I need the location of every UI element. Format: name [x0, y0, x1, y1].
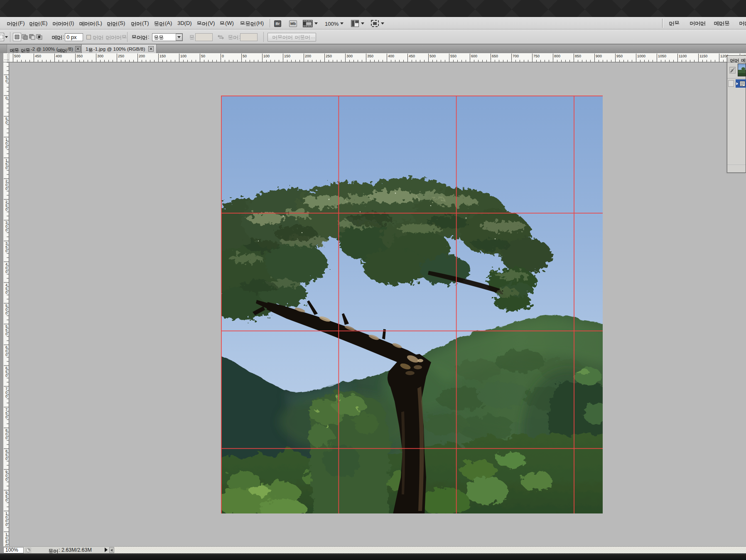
svg-text:0: 0: [5, 96, 7, 100]
svg-text:450: 450: [35, 54, 41, 58]
svg-text:200: 200: [139, 54, 145, 58]
svg-text:1150: 1150: [699, 54, 707, 58]
svg-text:0: 0: [5, 415, 7, 419]
svg-text:650: 650: [492, 54, 498, 58]
svg-text:800: 800: [554, 54, 560, 58]
svg-text:0: 0: [5, 373, 7, 378]
svg-text:100: 100: [263, 54, 270, 58]
svg-text:50: 50: [243, 54, 247, 58]
svg-text:0: 0: [5, 523, 7, 527]
svg-text:0: 0: [5, 166, 7, 170]
svg-text:300: 300: [97, 54, 103, 58]
svg-text:550: 550: [450, 54, 456, 58]
svg-text:750: 750: [533, 54, 540, 58]
svg-text:0: 0: [5, 145, 7, 149]
svg-text:200: 200: [305, 54, 311, 58]
svg-text:1050: 1050: [658, 54, 666, 58]
svg-text:500: 500: [429, 54, 436, 58]
svg-text:0: 0: [5, 120, 7, 125]
svg-text:250: 250: [118, 54, 124, 58]
svg-text:600: 600: [471, 54, 477, 58]
svg-text:0: 0: [5, 498, 7, 502]
svg-text:450: 450: [409, 54, 415, 58]
svg-text:0: 0: [5, 436, 7, 440]
svg-text:100: 100: [180, 54, 186, 58]
svg-text:0: 0: [5, 270, 7, 274]
svg-text:0: 0: [222, 54, 224, 58]
svg-text:0: 0: [5, 290, 7, 295]
svg-text:850: 850: [575, 54, 581, 58]
svg-text:0: 0: [5, 249, 7, 253]
svg-text:150: 150: [160, 54, 166, 58]
svg-text:1000: 1000: [637, 54, 645, 58]
svg-text:0: 0: [5, 477, 7, 481]
svg-text:0: 0: [5, 311, 7, 315]
svg-text:0: 0: [5, 187, 7, 191]
svg-text:700: 700: [513, 54, 519, 58]
svg-text:400: 400: [388, 54, 394, 58]
svg-text:300: 300: [346, 54, 353, 58]
svg-text:0: 0: [5, 207, 7, 211]
svg-text:900: 900: [596, 54, 602, 58]
svg-text:1100: 1100: [679, 54, 687, 58]
svg-text:0: 0: [5, 332, 7, 336]
svg-text:0: 0: [5, 394, 7, 398]
svg-text:0: 0: [5, 457, 7, 461]
svg-text:0: 0: [5, 228, 7, 232]
svg-text:50: 50: [201, 54, 205, 58]
svg-text:950: 950: [616, 54, 623, 58]
svg-text:150: 150: [284, 54, 290, 58]
svg-text:250: 250: [326, 54, 332, 58]
svg-text:0: 0: [5, 353, 7, 357]
svg-text:500: 500: [14, 54, 20, 58]
svg-text:0: 0: [5, 79, 7, 83]
svg-text:350: 350: [76, 54, 83, 58]
svg-text:350: 350: [367, 54, 373, 58]
svg-text:400: 400: [56, 54, 62, 58]
